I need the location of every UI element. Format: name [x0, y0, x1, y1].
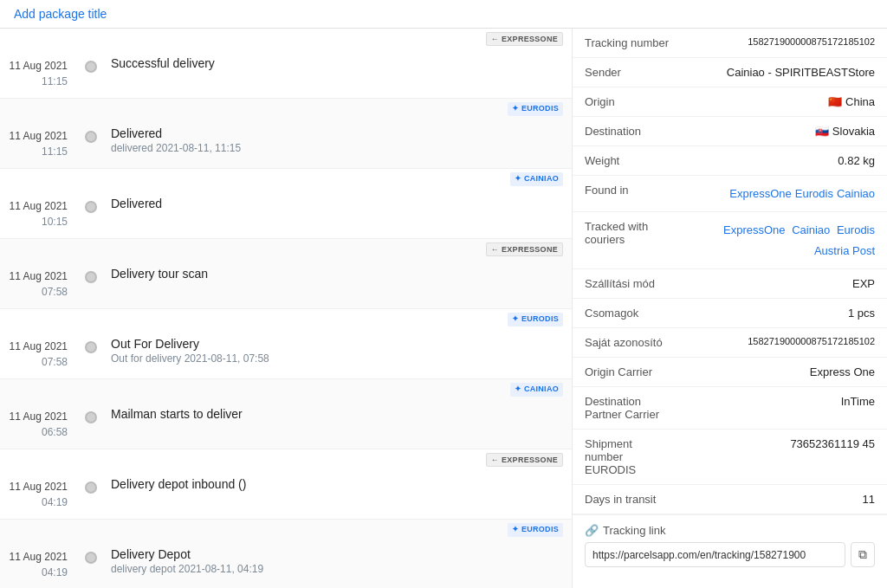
- entry-date: 11 Aug 2021: [0, 128, 68, 144]
- found-in-courier-link[interactable]: Eurodis: [795, 187, 833, 200]
- origin-value: 🇨🇳 China: [685, 87, 887, 117]
- entry-time: 11 Aug 202107:58: [0, 256, 78, 300]
- entry-row: 11 Aug 202104:19Delivery Depotdelivery d…: [0, 537, 572, 580]
- timeline-dot: [85, 131, 97, 143]
- info-table: Tracking number 158271900000875172185102…: [573, 29, 887, 514]
- tracking-number-label: Tracking number: [573, 29, 685, 58]
- badge-row: EURODIS: [0, 309, 572, 326]
- tracked-with-courier-link[interactable]: ExpressOne: [723, 223, 786, 236]
- tracked-with-courier-link[interactable]: Austria Post: [814, 244, 875, 257]
- add-package-link[interactable]: Add package title: [14, 7, 107, 21]
- link-icon: 🔗: [585, 524, 599, 537]
- copy-button[interactable]: ⧉: [851, 542, 875, 567]
- entry-dot-col: [78, 46, 104, 73]
- entry-hour: 06:58: [0, 424, 68, 440]
- entry-time: 11 Aug 202111:15: [0, 116, 78, 159]
- entry-dot-col: [78, 397, 104, 423]
- carrier-badge: CAINIAO: [510, 383, 563, 397]
- entry-dot-col: [78, 116, 104, 143]
- timeline-dot: [85, 411, 97, 423]
- entry-date: 11 Aug 2021: [0, 339, 68, 354]
- found-in-value: ExpressOneEurodisCainiao: [685, 176, 887, 212]
- entry-dot-col: [78, 186, 104, 213]
- entry-row: 11 Aug 202110:15Delivered: [0, 186, 572, 229]
- origin-country: China: [845, 95, 875, 108]
- entry-content: Delivery depot inbound (): [104, 467, 572, 493]
- badge-row: CAINIAO: [0, 169, 572, 186]
- sajat-azonosito-label: Saját azonosító: [573, 328, 685, 358]
- destination-country: Slovakia: [832, 125, 875, 138]
- entry-time: 11 Aug 202106:58: [0, 397, 78, 440]
- badge-row: EURODIS: [0, 99, 572, 116]
- szallitasi-mod-label: Szállítási mód: [573, 269, 685, 299]
- destination-label: Destination: [573, 117, 685, 146]
- tracked-with-courier-link[interactable]: Eurodis: [837, 223, 875, 236]
- csomagok-label: Csomagok: [573, 299, 685, 328]
- timeline-entry: EXPRESSONE11 Aug 202104:19Delivery depot…: [0, 449, 572, 520]
- carrier-badge: CAINIAO: [510, 172, 563, 186]
- entry-row: 11 Aug 202111:15Successful delivery: [0, 46, 572, 89]
- entry-content: Successful delivery: [104, 46, 572, 72]
- event-title: Mailman starts to deliver: [111, 407, 563, 421]
- found-in-label: Found in: [573, 176, 685, 212]
- timeline-entry: CAINIAO11 Aug 202106:58Mailman starts to…: [0, 379, 572, 449]
- entry-content: Delivery Depotdelivery depot 2021-08-11,…: [104, 537, 572, 575]
- entry-date: 11 Aug 2021: [0, 58, 68, 74]
- entry-date: 11 Aug 2021: [0, 409, 68, 424]
- info-panel: Tracking number 158271900000875172185102…: [572, 29, 887, 588]
- timeline-dot: [85, 552, 97, 564]
- entry-row: 11 Aug 202104:19Delivery depot inbound (…: [0, 467, 572, 510]
- csomagok-value: 1 pcs: [685, 299, 887, 328]
- entry-time: 11 Aug 202104:19: [0, 537, 78, 580]
- entry-content: Delivered: [104, 186, 572, 212]
- timeline-entry: EURODIS11 Aug 202107:58Out For DeliveryO…: [0, 309, 572, 379]
- timeline-dot: [85, 341, 97, 353]
- entry-time: 11 Aug 202104:19: [0, 467, 78, 510]
- entry-time: 11 Aug 202107:58: [0, 326, 78, 370]
- top-bar: Add package title: [0, 0, 887, 29]
- entry-content: Delivery tour scan: [104, 256, 572, 282]
- entry-row: 11 Aug 202107:58Out For DeliveryOut for …: [0, 326, 572, 370]
- found-in-courier-link[interactable]: Cainiao: [837, 187, 875, 200]
- found-in-row: Found in ExpressOneEurodisCainiao: [573, 176, 887, 212]
- dest-partner-carrier-label: Destination Partner Carrier: [573, 387, 685, 430]
- timeline-entry: EURODIS11 Aug 202104:19Delivery Depotdel…: [0, 520, 572, 588]
- timeline-dot: [85, 61, 97, 73]
- entry-hour: 04:19: [0, 565, 68, 580]
- origin-carrier-row: Origin Carrier Express One: [573, 358, 887, 387]
- sender-value: Cainiao - SPIRITBEASTStore: [685, 58, 887, 87]
- entry-time: 11 Aug 202111:15: [0, 46, 78, 89]
- entry-content: Out For DeliveryOut for delivery 2021-08…: [104, 326, 572, 365]
- entry-dot-col: [78, 537, 104, 564]
- tracked-with-courier-link[interactable]: Cainiao: [792, 223, 830, 236]
- tracking-number-row: Tracking number 158271900000875172185102: [573, 29, 887, 58]
- carrier-badge: EURODIS: [508, 313, 563, 326]
- sajat-azonosito-value: 158271900000875172185102: [685, 328, 887, 358]
- event-title: Delivered: [111, 126, 563, 140]
- event-title: Delivery Depot: [111, 547, 563, 561]
- entry-hour: 11:15: [0, 74, 68, 89]
- event-title: Delivery depot inbound (): [111, 477, 563, 491]
- event-detail: delivered 2021-08-11, 11:15: [111, 142, 563, 154]
- tracking-link-input[interactable]: [585, 542, 845, 567]
- sajat-azonosito-row: Saját azonosító 158271900000875172185102: [573, 328, 887, 358]
- entry-hour: 07:58: [0, 284, 68, 300]
- entry-hour: 07:58: [0, 354, 68, 370]
- found-in-courier-link[interactable]: ExpressOne: [729, 187, 792, 200]
- timeline-dot: [85, 201, 97, 213]
- carrier-badge: EXPRESSONE: [486, 453, 563, 467]
- origin-flag: 🇨🇳: [828, 95, 842, 108]
- carrier-badge: EXPRESSONE: [486, 242, 563, 256]
- origin-label: Origin: [573, 87, 685, 117]
- entry-time: 11 Aug 202110:15: [0, 186, 78, 229]
- entry-hour: 04:19: [0, 494, 68, 510]
- tracking-link-section: 🔗 Tracking link ⧉: [573, 514, 887, 576]
- days-in-transit-value: 11: [685, 485, 887, 514]
- entry-row: 11 Aug 202111:15Delivereddelivered 2021-…: [0, 116, 572, 159]
- event-title: Out For Delivery: [111, 337, 563, 351]
- timeline-entry: CAINIAO11 Aug 202110:15Delivered: [0, 169, 572, 239]
- entry-hour: 10:15: [0, 214, 68, 229]
- destination-row: Destination 🇸🇰 Slovakia: [573, 117, 887, 146]
- entry-row: 11 Aug 202107:58Delivery tour scan: [0, 256, 572, 300]
- tracked-with-value: ExpressOne Cainiao Eurodis Austria Post: [685, 212, 887, 269]
